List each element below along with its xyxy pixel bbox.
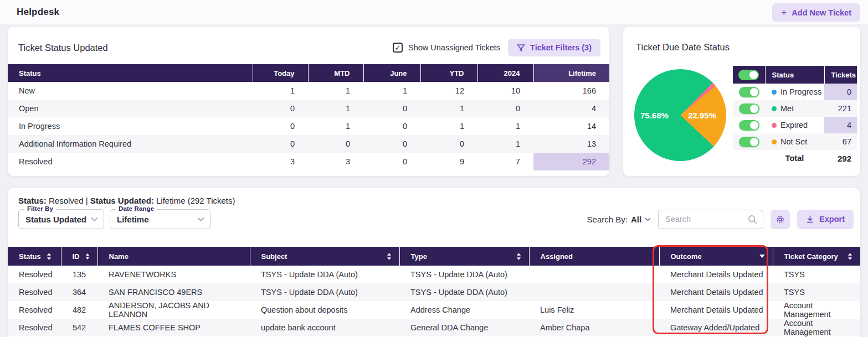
col-mtd[interactable]: MTD (308, 64, 363, 82)
status-row-additional-info[interactable]: Additional Information Required 0 0 0 0 … (8, 135, 609, 153)
col-lifetime[interactable]: Lifetime (533, 64, 609, 82)
value-cell[interactable]: 0 (253, 117, 308, 135)
legend-header-row: Status Tickets (733, 66, 857, 84)
settings-button[interactable] (771, 210, 790, 229)
top-bar: Helpdesk (0, 0, 868, 24)
value-cell[interactable]: 4 (533, 100, 609, 117)
value-cell[interactable]: 0 (253, 100, 308, 117)
search-by-label: Search By: (587, 215, 628, 224)
toggle-expired[interactable] (739, 120, 759, 131)
col-status[interactable]: Status (8, 64, 253, 82)
met-dot-icon (772, 106, 777, 111)
value-cell[interactable]: 3 (308, 153, 363, 170)
col-2024[interactable]: 2024 (477, 64, 533, 82)
value-cell[interactable]: 1 (253, 82, 308, 100)
col-ytd[interactable]: YTD (420, 64, 477, 82)
filter-by-label: Filter By (24, 205, 56, 212)
col-type[interactable]: Type (399, 247, 529, 266)
value-cell[interactable]: 10 (477, 82, 533, 100)
gear-icon (775, 215, 785, 224)
due-date-pie[interactable]: 75.68% 22.95% (634, 69, 726, 161)
col-name[interactable]: Name (97, 247, 250, 266)
value-cell[interactable]: 166 (533, 82, 609, 100)
export-button[interactable]: Export (797, 210, 854, 229)
date-range-select[interactable]: Date Range Lifetime (110, 209, 210, 229)
chevron-down-icon (645, 217, 651, 221)
value-cell[interactable]: 0 (363, 100, 420, 117)
checkbox-check-icon[interactable]: ✓ (393, 43, 403, 53)
legend-count: 67 (824, 133, 857, 150)
toggle-met[interactable] (739, 103, 759, 114)
status-name: New (8, 82, 253, 100)
value-cell[interactable]: 1 (363, 82, 420, 100)
plus-icon: + (781, 7, 787, 18)
ticket-row[interactable]: Resolved 364 SAN FRANCISCO 49ERS TSYS - … (8, 283, 860, 301)
value-cell[interactable]: 13 (533, 135, 609, 153)
search-by-dropdown[interactable]: Search By: All (587, 215, 651, 224)
export-label: Export (819, 215, 845, 224)
sort-icon (47, 253, 52, 260)
sort-icon (516, 253, 521, 260)
col-status[interactable]: Status (8, 247, 61, 266)
value-cell[interactable]: 1 (308, 117, 363, 135)
toggle-not-set[interactable] (739, 137, 759, 147)
ticket-status-title: Ticket Status Updated (18, 43, 108, 53)
ticket-filters-button[interactable]: Ticket Filters (3) (508, 39, 600, 56)
value-cell[interactable]: 0 (477, 100, 533, 117)
ticket-list-card: Status: Resolved | Status Updated: Lifet… (8, 188, 860, 337)
status-row-new[interactable]: New 1 1 1 12 10 166 (8, 82, 609, 100)
value-cell[interactable]: 0 (420, 135, 477, 153)
due-date-legend-table: Status Tickets In Progress 0 Met 221 Exp… (733, 66, 857, 167)
value-cell[interactable]: 0 (363, 117, 420, 135)
ticket-status-card: Ticket Status Updated ✓ Show Unassigned … (8, 27, 609, 176)
status-table-header-row: Status Today MTD June YTD 2024 Lifetime (8, 64, 609, 82)
toggle-in-progress[interactable] (739, 87, 759, 97)
col-today[interactable]: Today (253, 64, 308, 82)
selected-value-cell[interactable]: 292 (533, 153, 609, 170)
value-cell[interactable]: 1 (420, 117, 477, 135)
ticket-row[interactable]: Resolved 482 ANDERSON, JACOBS AND LEANNO… (8, 301, 860, 319)
value-cell[interactable]: 12 (420, 82, 477, 100)
value-cell[interactable]: 7 (477, 153, 533, 170)
ticket-row[interactable]: Resolved 542 FLAMES COFFEE SHOP update b… (8, 319, 860, 336)
chevron-down-icon (91, 217, 98, 221)
not-set-dot-icon (772, 139, 777, 144)
status-row-resolved[interactable]: Resolved 3 3 0 9 7 292 (8, 153, 609, 170)
col-subject[interactable]: Subject (250, 247, 399, 266)
value-cell[interactable]: 0 (253, 135, 308, 153)
ticket-status-table: Status Today MTD June YTD 2024 Lifetime … (8, 64, 609, 170)
legend-count: 0 (824, 84, 857, 100)
value-cell[interactable]: 1 (477, 117, 533, 135)
in-progress-dot-icon (772, 90, 777, 95)
value-cell[interactable]: 0 (308, 135, 363, 153)
value-cell[interactable]: 9 (420, 153, 477, 170)
value-cell[interactable]: 1 (420, 100, 477, 117)
ticket-row[interactable]: Resolved 135 RAVENETWORKS TSYS - Update … (8, 266, 860, 283)
value-cell[interactable]: 0 (363, 153, 420, 170)
col-id[interactable]: ID (61, 247, 97, 266)
show-unassigned-label: Show Unassigned Tickets (408, 43, 500, 52)
value-cell[interactable]: 1 (308, 100, 363, 117)
col-assigned[interactable]: Assigned (529, 247, 659, 266)
filter-funnel-icon (517, 44, 525, 52)
legend-count: 221 (824, 100, 857, 117)
value-cell[interactable]: 1 (308, 82, 363, 100)
col-june[interactable]: June (363, 64, 420, 82)
legend-total-label: Total (765, 150, 824, 167)
due-date-title: Ticket Due Date Status (636, 42, 730, 53)
value-cell[interactable]: 14 (533, 117, 609, 135)
summary-separator: | (86, 196, 90, 205)
legend-total-value: 292 (824, 150, 857, 167)
value-cell[interactable]: 0 (363, 135, 420, 153)
col-ticket-category[interactable]: Ticket Category (773, 247, 860, 266)
add-new-ticket-button[interactable]: + Add New Ticket (772, 3, 860, 22)
toggle-all-switch[interactable] (738, 70, 759, 80)
value-cell[interactable]: 1 (477, 135, 533, 153)
value-cell[interactable]: 3 (253, 153, 308, 170)
col-outcome[interactable]: Outcome (659, 247, 773, 266)
status-row-open[interactable]: Open 0 1 0 1 0 4 (8, 100, 609, 117)
filter-by-select[interactable]: Filter By Status Updated (18, 209, 104, 229)
show-unassigned-checkbox[interactable]: ✓ Show Unassigned Tickets (393, 43, 500, 53)
summary-status-label: Status: (18, 196, 47, 205)
status-row-in-progress[interactable]: In Progress 0 1 0 1 1 14 (8, 117, 609, 135)
